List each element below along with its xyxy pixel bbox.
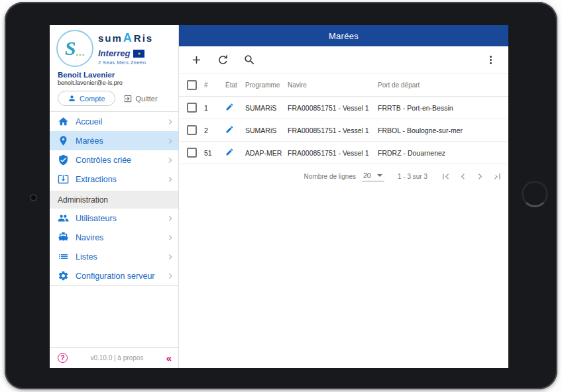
col-port: Port de départ <box>378 81 500 89</box>
rows-per-page-value: 20 <box>363 172 371 179</box>
sidebar-item-utilisateurs[interactable]: Utilisateurs <box>50 209 178 228</box>
table-header: # État Programme Navire Port de départ <box>179 74 508 97</box>
refresh-button[interactable] <box>217 54 229 66</box>
col-etat: État <box>225 81 245 89</box>
account-button[interactable]: Compte <box>58 91 115 106</box>
sidebar-item-controles-criee[interactable]: Contrôles criée <box>50 150 178 170</box>
user-name: Benoit Lavenier <box>50 68 178 79</box>
sidebar-item-marees[interactable]: Marées <box>50 131 178 150</box>
app-bar: Marées <box>179 25 508 46</box>
sidebar-item-label: Marées <box>76 136 103 146</box>
cell-port: FRBOL - Boulogne-sur-mer <box>378 126 500 134</box>
help-button[interactable]: ? <box>58 353 68 363</box>
previous-page-button[interactable] <box>454 168 471 185</box>
logo-letter: S <box>65 37 76 60</box>
tablet-frame: S ... sum A Ris Interreg ★ 2 Sea <box>5 2 557 389</box>
more-options-button[interactable] <box>484 54 497 66</box>
logout-button-label: Quitter <box>136 95 158 103</box>
cell-programme: ADAP-MER <box>245 149 288 157</box>
program-subtitle: 2 Seas Mers Zeeën <box>98 60 153 66</box>
chevron-right-icon <box>165 252 176 262</box>
map-pin-icon <box>58 135 69 146</box>
chevron-right-icon <box>165 136 176 146</box>
row-status-edit-icon <box>225 148 245 158</box>
pagination-bar: Nombre de lignes 20 1 - 3 sur 3 <box>179 164 508 188</box>
row-checkbox[interactable] <box>187 125 197 135</box>
sidebar-item-extractions[interactable]: Extractions <box>50 170 178 189</box>
collapse-sidebar-button[interactable]: « <box>166 352 172 364</box>
sidebar-footer: ? v0.10.0 | à propos « <box>50 347 178 368</box>
users-icon <box>58 213 69 224</box>
sidebar-item-configuration-serveur[interactable]: Configuration serveur <box>50 266 178 285</box>
sidebar-item-label: Extractions <box>76 175 117 184</box>
col-num: # <box>204 81 225 89</box>
search-button[interactable] <box>243 54 256 66</box>
desktop-background: S ... sum A Ris Interreg ★ 2 Sea <box>0 0 562 392</box>
logout-button[interactable]: Quitter <box>123 94 158 103</box>
chevron-right-icon <box>165 232 176 243</box>
brand-part-1: sum <box>98 32 123 44</box>
boat-icon <box>58 232 69 243</box>
logout-icon <box>123 94 133 103</box>
sidebar-nav: Accueil Marées Contrôles criée <box>50 112 178 286</box>
sidebar-item-accueil[interactable]: Accueil <box>50 112 178 131</box>
chevron-right-icon <box>165 155 176 166</box>
rows-per-page-select[interactable]: 20 <box>362 171 384 181</box>
sidebar-item-label: Contrôles criée <box>76 156 131 165</box>
brand-name: sum A Ris <box>98 31 153 45</box>
interreg-wordmark: Interreg <box>98 48 130 58</box>
page-title: Marées <box>329 31 359 41</box>
row-checkbox[interactable] <box>187 103 197 113</box>
next-page-button[interactable] <box>471 168 488 185</box>
brand-part-3: Ris <box>134 32 153 44</box>
cell-port: FRRTB - Port-en-Bessin <box>378 104 500 112</box>
table-row[interactable]: 2 SUMARiS FRA000851751 - Vessel 1 FRBOL … <box>179 119 508 142</box>
sidebar-header: S ... sum A Ris Interreg ★ 2 Sea <box>50 25 178 68</box>
account-actions: Compte Quitter <box>50 86 178 111</box>
sidebar-item-label: Configuration serveur <box>76 271 155 281</box>
eu-flag-icon: ★ <box>133 50 144 58</box>
first-page-button[interactable] <box>437 168 454 185</box>
tablet-camera-dot <box>30 194 37 201</box>
sidebar-item-navires[interactable]: Navires <box>50 228 178 247</box>
chevron-right-icon <box>165 174 176 185</box>
interreg-logo: Interreg ★ <box>98 48 153 58</box>
col-navire: Navire <box>288 81 378 89</box>
table-row[interactable]: 1 SUMARiS FRA000851751 - Vessel 1 FRRTB … <box>179 97 508 119</box>
select-all-checkbox[interactable] <box>187 80 197 90</box>
add-button[interactable] <box>190 54 203 66</box>
chevron-right-icon <box>165 213 176 224</box>
sidebar-item-label: Navires <box>76 233 103 242</box>
user-email: benoit.lavenier@e-is.pro <box>50 79 178 86</box>
gear-icon <box>58 270 69 281</box>
app-screen: S ... sum A Ris Interreg ★ 2 Sea <box>50 25 508 368</box>
sidebar-item-listes[interactable]: Listes <box>50 247 178 266</box>
cell-num: 2 <box>204 126 225 134</box>
brand-part-2: A <box>123 31 134 45</box>
account-button-label: Compte <box>80 95 105 103</box>
chevron-right-icon <box>165 117 176 127</box>
cell-navire: FRA000851751 - Vessel 1 <box>288 149 378 157</box>
row-checkbox[interactable] <box>187 148 197 158</box>
cell-port: FRDRZ - Douarnenez <box>378 149 500 157</box>
toolbar <box>179 46 508 74</box>
last-page-button[interactable] <box>488 168 506 185</box>
cell-navire: FRA000851751 - Vessel 1 <box>288 104 378 112</box>
admin-section-header: Administration <box>50 191 178 209</box>
person-icon <box>68 94 76 103</box>
app-logo: S ... <box>56 30 93 67</box>
list-icon <box>58 251 69 262</box>
sidebar: S ... sum A Ris Interreg ★ 2 Sea <box>50 25 179 368</box>
home-icon <box>58 116 69 127</box>
shield-check-icon <box>58 154 69 166</box>
tablet-hardware-button <box>522 181 548 207</box>
empty-content-area <box>179 188 508 368</box>
version-about-link[interactable]: v0.10.0 | à propos <box>72 354 162 362</box>
download-icon <box>58 173 69 185</box>
pagination-range: 1 - 3 sur 3 <box>398 173 427 180</box>
cell-num: 1 <box>204 104 225 112</box>
table-row[interactable]: 51 ADAP-MER FRA000851751 - Vessel 1 FRDR… <box>179 142 508 164</box>
logo-dots: ... <box>76 48 85 58</box>
chevron-right-icon <box>165 271 176 281</box>
sidebar-item-label: Utilisateurs <box>76 214 117 223</box>
